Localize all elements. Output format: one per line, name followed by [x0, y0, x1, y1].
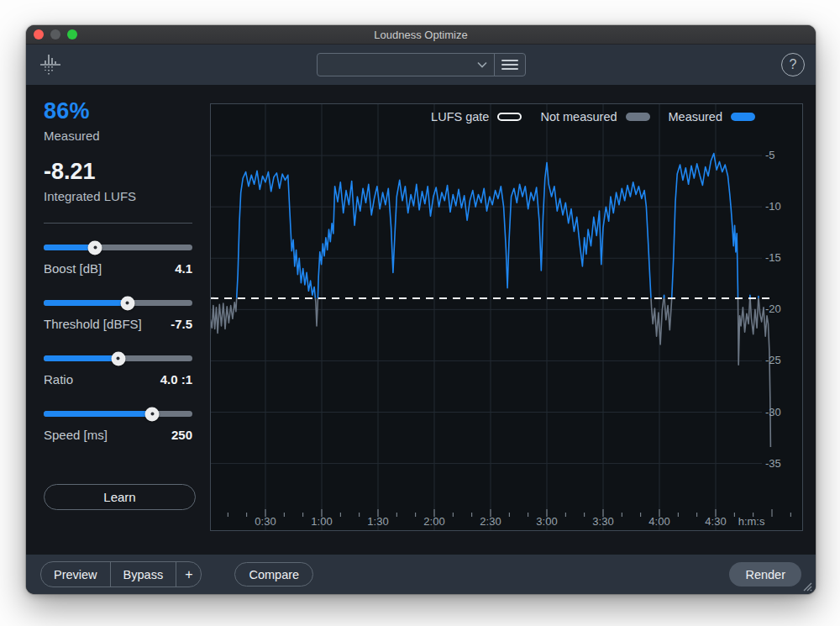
threshold-slider-label: Threshold [dBFS]: [44, 317, 142, 331]
legend-label: Measured: [669, 110, 722, 124]
divider: [44, 223, 192, 224]
speed-slider: Speed [ms]250: [44, 411, 192, 442]
speed-slider-value: 250: [171, 428, 192, 442]
boost-slider-label: Boost [dB]: [44, 261, 102, 276]
speed-slider-thumb[interactable]: [145, 407, 160, 421]
ratio-slider-thumb[interactable]: [111, 351, 125, 366]
speed-slider-track[interactable]: [44, 411, 192, 417]
boost-slider-value: 4.1: [175, 261, 192, 276]
slider-stack: Boost [dB]4.1Threshold [dBFS]-7.5Ratio4.…: [44, 245, 192, 442]
boost-slider-track[interactable]: [44, 245, 192, 250]
chart-legend: LUFS gateNot measuredMeasured: [431, 110, 755, 124]
learn-button[interactable]: Learn: [44, 484, 196, 510]
question-mark-icon: ?: [790, 57, 797, 71]
legend-item-lufs-gate: LUFS gate: [431, 110, 522, 124]
integrated-lufs-label: Integrated LUFS: [44, 189, 210, 203]
transport-button-group: PreviewBypass+: [40, 561, 202, 587]
y-axis-tick-label: -15: [765, 251, 781, 264]
measured-label: Measured: [44, 129, 210, 143]
legend-swatch-icon: [731, 113, 755, 121]
main-content: 86% Measured -8.21 Integrated LUFS Boost…: [26, 85, 816, 555]
x-axis-tick-label: 2:30: [471, 515, 510, 528]
integrated-lufs-value: -8.21: [44, 159, 210, 185]
y-axis-tick-label: -10: [765, 200, 781, 213]
y-axis-tick-label: -20: [765, 302, 781, 315]
titlebar[interactable]: Loudness Optimize: [26, 25, 816, 45]
x-axis-tick-label: 3:00: [528, 515, 566, 528]
legend-swatch-icon: [626, 113, 650, 121]
render-button[interactable]: Render: [729, 562, 801, 587]
ratio-slider-track[interactable]: [44, 355, 192, 361]
speed-slider-label: Speed [ms]: [44, 428, 108, 442]
x-axis-tick-label: 1:30: [359, 515, 397, 528]
resize-grip[interactable]: [801, 580, 812, 592]
footer-bar: PreviewBypass+ Compare Render: [26, 555, 816, 594]
preview-button[interactable]: Preview: [41, 562, 111, 587]
x-axis-tick-label: 4:30: [696, 515, 735, 528]
threshold-slider-fill: [44, 300, 128, 306]
hamburger-icon: [501, 59, 518, 71]
x-axis-unit-label: h:m:s: [738, 515, 765, 528]
threshold-slider-value: -7.5: [171, 317, 192, 331]
ratio-slider-fill: [44, 355, 118, 361]
x-axis-tick-label: 4:00: [640, 515, 679, 528]
help-button[interactable]: ?: [781, 53, 805, 76]
threshold-slider-track[interactable]: [44, 300, 192, 306]
boost-slider-thumb[interactable]: [88, 240, 102, 255]
window-title: Loudness Optimize: [26, 29, 816, 41]
toolbar: ?: [26, 45, 816, 85]
sidebar: 86% Measured -8.21 Integrated LUFS Boost…: [26, 85, 210, 555]
ratio-slider: Ratio4.0 :1: [44, 355, 192, 387]
y-axis-tick-label: -35: [765, 457, 781, 470]
compare-button[interactable]: Compare: [234, 562, 313, 587]
x-axis-tick-label: 3:30: [584, 515, 622, 528]
loudness-waveform-plot[interactable]: [211, 104, 802, 530]
plus-button[interactable]: +: [176, 562, 201, 587]
threshold-slider-thumb[interactable]: [120, 296, 134, 310]
x-axis-tick-label: 0:30: [246, 515, 285, 528]
y-axis-tick-label: -5: [765, 149, 775, 161]
ratio-slider-label: Ratio: [44, 372, 73, 387]
app-logo-icon: [38, 51, 63, 82]
speed-slider-fill: [44, 411, 152, 417]
legend-label: LUFS gate: [431, 110, 489, 124]
measured-percent-value: 86%: [44, 98, 210, 124]
app-window: Loudness Optimize: [26, 25, 816, 594]
chevron-down-icon: [477, 61, 487, 68]
y-axis-tick-label: -25: [765, 354, 781, 366]
ratio-slider-value: 4.0 :1: [160, 372, 192, 387]
threshold-slider: Threshold [dBFS]-7.5: [44, 300, 192, 331]
preset-menu-button[interactable]: [494, 53, 526, 76]
preset-controls: [317, 53, 526, 76]
y-axis-tick-label: -30: [765, 406, 781, 418]
x-axis-tick-label: 2:00: [415, 515, 454, 528]
legend-item-not-measured: Not measured: [540, 110, 649, 124]
bypass-button[interactable]: Bypass: [111, 562, 177, 587]
legend-item-measured: Measured: [669, 110, 755, 124]
x-axis-tick-label: 1:00: [302, 515, 341, 528]
loudness-chart[interactable]: LUFS gateNot measuredMeasured -5-10-15-2…: [210, 103, 803, 531]
legend-swatch-icon: [497, 113, 522, 121]
preset-dropdown[interactable]: [317, 53, 495, 76]
boost-slider: Boost [dB]4.1: [44, 245, 192, 276]
legend-label: Not measured: [540, 110, 617, 124]
